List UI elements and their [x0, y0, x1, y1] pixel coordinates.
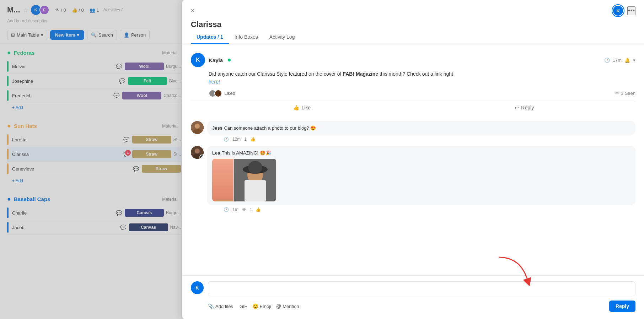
online-indicator [228, 59, 231, 61]
comment-footer-lea: 🕐 1m 👁 1 👍 [207, 207, 635, 212]
clock-icon-3: 🕐 [224, 207, 229, 212]
hat-person-image [234, 159, 276, 201]
comment-like-btn-lea[interactable]: 👍 [256, 207, 261, 212]
audio-icon: 🎵 [200, 155, 204, 158]
post-text-pre: Did anyone catch our Clarissa Style feat… [209, 71, 343, 77]
post-link[interactable]: here! [209, 79, 220, 85]
eye-icon: 👁 [615, 91, 619, 96]
thumbsup-icon: 👍 [293, 105, 299, 110]
post-likes-row: Liked 👁 3 Seen [209, 90, 635, 97]
panel-tabs: Updates / 1 Info Boxes Activity Log [182, 31, 644, 44]
comment-text-jess: Can someone attach a photo to our blog? … [224, 125, 316, 131]
liked-label: Liked [224, 91, 235, 96]
comment-lea: 🎵 Lea This is AMAZING! 🤩🎉 [191, 146, 635, 212]
comment-time-lea: 1m [232, 207, 238, 212]
tab-info-boxes[interactable]: Info Boxes [229, 31, 264, 44]
like-avatar-2 [214, 90, 222, 97]
liked-avatars [209, 90, 222, 97]
reply-avatar: K [191, 281, 204, 294]
comment-like-btn-jess[interactable]: 👍 [250, 137, 256, 142]
comment-time-jess: 12m [232, 137, 241, 142]
comment-likes-jess: 1 [244, 137, 247, 142]
like-button[interactable]: 👍 Like [191, 101, 413, 114]
svg-point-1 [195, 124, 200, 129]
comment-avatar-jess [191, 121, 204, 134]
bell-icon: 🔔 [624, 58, 630, 63]
reply-button[interactable]: ↩ Reply [413, 101, 636, 114]
clock-icon: 🕐 [604, 58, 610, 63]
emoji-icon: 😊 [252, 303, 258, 309]
clock-icon-2: 🕐 [224, 137, 229, 142]
comment-bubble-jess: Jess Can someone attach a photo to our b… [207, 121, 635, 135]
image-right-pane [234, 159, 276, 201]
eye-icon-2: 👁 [242, 207, 246, 212]
post-meta: 🕐 17m 🔔 ▾ [604, 58, 635, 63]
tab-updates[interactable]: Updates / 1 [191, 31, 229, 44]
post-time: 17m [613, 58, 622, 63]
seen-count: 👁 3 Seen [615, 91, 635, 96]
panel-top-right: K ••• [612, 5, 635, 16]
post-author-name: Kayla [209, 57, 223, 63]
panel-user-avatar: K [612, 5, 624, 16]
item-panel: × K ••• Clarissa Updates / 1 Info Boxes … [182, 0, 644, 319]
svg-rect-10 [245, 180, 266, 201]
post-author-row: K Kayla [191, 53, 231, 67]
reply-input-wrap: 📎 Add files GIF 😊 Emoji @ Mention Reply [208, 281, 635, 312]
panel-more-button[interactable]: ••• [627, 6, 635, 15]
image-left-pane [212, 159, 234, 201]
comment-content-lea: Lea This is AMAZING! 🤩🎉 [207, 146, 635, 212]
gif-btn[interactable]: GIF [238, 304, 247, 309]
comment-thread: Jess Can someone attach a photo to our b… [191, 121, 635, 212]
post-text-post: this month? Check out a link right [378, 71, 453, 77]
panel-title: Clarissa [191, 20, 635, 29]
reply-input[interactable] [208, 281, 635, 296]
chevron-icon: ▾ [633, 58, 635, 63]
audio-badge: 🎵 [199, 155, 204, 159]
emoji-btn[interactable]: 😊 Emoji [252, 303, 272, 309]
tab-activity-log[interactable]: Activity Log [264, 31, 301, 44]
comment-text-lea: This is AMAZING! 🤩🎉 [222, 150, 271, 156]
post-actions: 👍 Like ↩ Reply [191, 101, 635, 114]
paperclip-icon: 📎 [208, 303, 214, 309]
panel-title-area: Clarissa [182, 16, 644, 29]
main-post: K Kayla 🕐 17m 🔔 ▾ Did anyone catch our C… [191, 53, 635, 114]
mention-btn[interactable]: @ Mention [276, 303, 299, 309]
reply-toolbar: 📎 Add files GIF 😊 Emoji @ Mention Reply [208, 301, 635, 312]
likes-left: Liked [209, 90, 235, 97]
comment-author-jess: Jess [212, 125, 222, 131]
comment-bubble-lea: Lea This is AMAZING! 🤩🎉 [207, 146, 635, 205]
svg-point-9 [248, 161, 262, 174]
comment-jess: Jess Can someone attach a photo to our b… [191, 121, 635, 142]
svg-point-4 [195, 148, 200, 153]
post-author-avatar: K [191, 53, 205, 67]
comment-footer-jess: 🕐 12m 1 👍 [207, 137, 635, 142]
post-body: Did anyone catch our Clarissa Style feat… [209, 70, 635, 86]
panel-body: K Kayla 🕐 17m 🔔 ▾ Did anyone catch our C… [182, 44, 644, 275]
post-header: K Kayla 🕐 17m 🔔 ▾ [191, 53, 635, 67]
comment-image-lea [212, 159, 276, 201]
reply-area: K 📎 Add files GIF 😊 Emoji @ Mention [182, 275, 644, 319]
reply-icon: ↩ [515, 105, 519, 110]
panel-close-button[interactable]: × [191, 7, 195, 15]
comment-seen-lea: 1 [250, 207, 252, 212]
mention-icon: @ [276, 303, 281, 309]
panel-topbar: × K ••• [182, 0, 644, 16]
post-text-bold: FAB! Magazine [343, 71, 378, 77]
comment-avatar-lea: 🎵 [191, 146, 204, 159]
comment-content-jess: Jess Can someone attach a photo to our b… [207, 121, 635, 142]
comment-author-lea: Lea [212, 150, 220, 156]
add-files-btn[interactable]: 📎 Add files [208, 303, 233, 309]
reply-submit-btn[interactable]: Reply [609, 301, 635, 312]
avatar-image-jess [191, 121, 204, 134]
